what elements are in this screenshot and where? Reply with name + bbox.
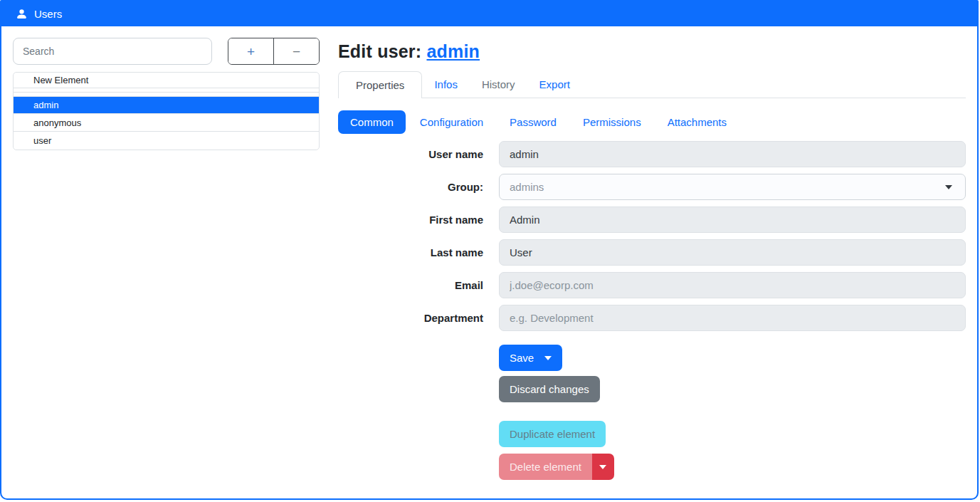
firstname-field[interactable]	[499, 206, 966, 233]
edited-user-link[interactable]: admin	[426, 41, 480, 61]
page-title-prefix: Edit user:	[338, 41, 426, 61]
lastname-field[interactable]	[499, 239, 966, 266]
lastname-label: Last name	[338, 246, 499, 258]
form-actions: Save Discard changes Duplicate element D…	[338, 338, 966, 480]
form-row: Department	[338, 305, 966, 331]
duplicate-element-button[interactable]: Duplicate element	[499, 421, 606, 447]
add-remove-button-group: + −	[228, 38, 320, 65]
content-area: + − New Element admin anonymous user Edi…	[1, 26, 977, 480]
delete-element-button[interactable]: Delete element	[499, 454, 592, 480]
pill-configuration[interactable]: Configuration	[408, 110, 495, 134]
list-item-anonymous[interactable]: anonymous	[14, 114, 319, 132]
sidebar-toolbar: + −	[13, 38, 320, 65]
tab-bar: Properties Infos History Export	[338, 71, 966, 98]
group-select-value: admins	[510, 181, 544, 193]
app-title: Users	[34, 8, 62, 20]
group-label: Group:	[338, 181, 499, 193]
tab-properties[interactable]: Properties	[338, 71, 422, 98]
user-icon	[16, 8, 28, 20]
discard-changes-button[interactable]: Discard changes	[499, 376, 600, 402]
main-panel: Edit user: admin Properties Infos Histor…	[320, 38, 966, 480]
username-label: User name	[338, 148, 499, 160]
username-field[interactable]	[499, 141, 966, 167]
chevron-down-icon	[544, 356, 552, 360]
remove-element-button[interactable]: −	[274, 38, 319, 64]
tab-export[interactable]: Export	[527, 71, 582, 98]
form-row: First name	[338, 206, 966, 233]
tab-infos[interactable]: Infos	[422, 71, 470, 98]
chevron-down-icon	[945, 185, 952, 189]
app-window: Users + − New Element admin anonymous us…	[0, 0, 979, 500]
pill-attachments[interactable]: Attachments	[655, 110, 739, 134]
page-title: Edit user: admin	[338, 41, 966, 62]
department-field[interactable]	[499, 305, 966, 331]
group-select[interactable]: admins	[499, 174, 966, 200]
department-label: Department	[338, 312, 499, 324]
element-list: New Element admin anonymous user	[13, 72, 320, 150]
list-item-user[interactable]: user	[14, 132, 319, 150]
form-row: Group: admins	[338, 174, 966, 200]
pill-common[interactable]: Common	[338, 110, 406, 134]
delete-dropdown-toggle[interactable]	[592, 454, 614, 480]
pill-bar: Common Configuration Password Permission…	[338, 110, 966, 134]
firstname-label: First name	[338, 214, 499, 226]
save-button[interactable]: Save	[499, 345, 562, 371]
form-row: Last name	[338, 239, 966, 266]
form-row: User name	[338, 141, 966, 167]
email-label: Email	[338, 279, 499, 291]
delete-button-group: Delete element	[499, 454, 614, 480]
list-item-new-element[interactable]: New Element	[14, 73, 319, 88]
save-button-label: Save	[510, 352, 534, 364]
form-row: Email	[338, 272, 966, 298]
pill-permissions[interactable]: Permissions	[571, 110, 653, 134]
add-element-button[interactable]: +	[228, 38, 274, 64]
user-form: User name Group: admins First name Last …	[338, 141, 966, 480]
app-titlebar: Users	[1, 1, 977, 26]
tab-history[interactable]: History	[470, 71, 527, 98]
search-input[interactable]	[13, 38, 212, 65]
chevron-down-icon	[599, 465, 606, 469]
sidebar: + − New Element admin anonymous user	[13, 38, 320, 480]
list-item-admin[interactable]: admin	[14, 97, 319, 114]
email-field[interactable]	[499, 272, 966, 298]
pill-password[interactable]: Password	[497, 110, 569, 134]
